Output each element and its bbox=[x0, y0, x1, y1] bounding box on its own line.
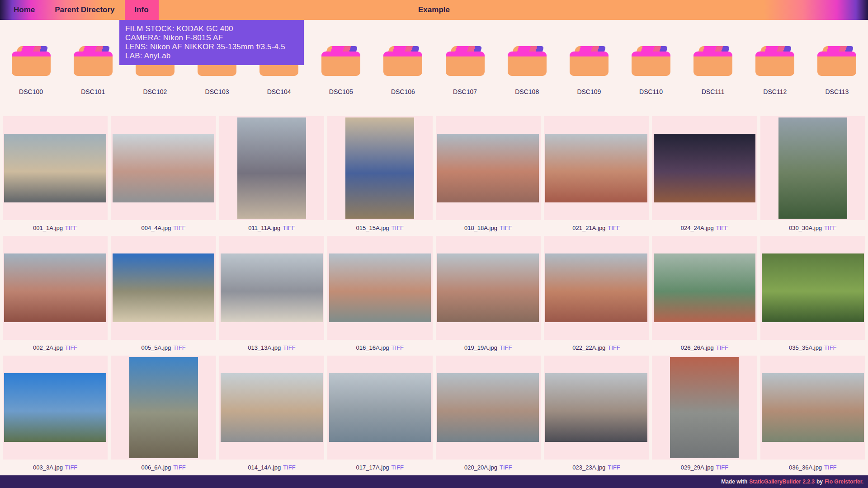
gallery-item: 015_15A.jpg TIFF bbox=[327, 116, 432, 236]
photo-tiff-link[interactable]: TIFF bbox=[716, 344, 728, 351]
photo-thumbnail[interactable] bbox=[760, 116, 865, 220]
folder-label: DSC107 bbox=[453, 88, 477, 95]
photo-tiff-link[interactable]: TIFF bbox=[824, 225, 836, 231]
photo-thumbnail[interactable] bbox=[652, 356, 757, 460]
folder-item[interactable]: DSC111 bbox=[682, 46, 744, 115]
photo-caption: 003_3A.jpg TIFF bbox=[3, 460, 108, 475]
nav-item-info[interactable]: Info bbox=[125, 0, 159, 20]
photo-tiff-link[interactable]: TIFF bbox=[716, 225, 728, 231]
folder-icon-front bbox=[508, 52, 547, 76]
photo-thumbnail[interactable] bbox=[219, 356, 324, 460]
photo-filename-link[interactable]: 021_21A.jpg bbox=[572, 225, 605, 231]
photo-thumbnail[interactable] bbox=[3, 236, 108, 340]
photo-filename-link[interactable]: 024_24A.jpg bbox=[681, 225, 714, 231]
photo-filename-link[interactable]: 023_23A.jpg bbox=[572, 464, 605, 471]
photo-tiff-link[interactable]: TIFF bbox=[608, 344, 620, 351]
photo-filename-link[interactable]: 015_15A.jpg bbox=[356, 225, 389, 231]
photo-tiff-link[interactable]: TIFF bbox=[65, 344, 77, 351]
folder-item[interactable]: DSC101 bbox=[62, 46, 124, 115]
photo-filename-link[interactable]: 011_11A.jpg bbox=[248, 225, 280, 231]
photo-thumbnail[interactable] bbox=[3, 116, 108, 220]
photo-filename-link[interactable]: 020_20A.jpg bbox=[464, 464, 497, 471]
photo-tiff-link[interactable]: TIFF bbox=[824, 464, 836, 471]
photo-filename-link[interactable]: 035_35A.jpg bbox=[789, 344, 822, 351]
photo-thumbnail[interactable] bbox=[3, 356, 108, 460]
photo-thumbnail[interactable] bbox=[111, 236, 216, 340]
folder-label: DSC103 bbox=[205, 88, 229, 95]
photo-tiff-link[interactable]: TIFF bbox=[283, 344, 295, 351]
photo-tiff-link[interactable]: TIFF bbox=[392, 464, 404, 471]
photo-tiff-link[interactable]: TIFF bbox=[173, 464, 185, 471]
folder-item[interactable]: DSC109 bbox=[558, 46, 620, 115]
photo-tiff-link[interactable]: TIFF bbox=[500, 344, 512, 351]
photo-filename-link[interactable]: 005_5A.jpg bbox=[141, 344, 171, 351]
photo-filename-link[interactable]: 013_13A.jpg bbox=[248, 344, 281, 351]
photo-thumbnail[interactable] bbox=[544, 356, 649, 460]
photo-thumbnail[interactable] bbox=[760, 356, 865, 460]
photo-tiff-link[interactable]: TIFF bbox=[392, 225, 404, 231]
folder-item[interactable]: DSC113 bbox=[806, 46, 868, 115]
photo-caption: 026_26A.jpg TIFF bbox=[652, 340, 757, 356]
folder-item[interactable]: DSC112 bbox=[744, 46, 806, 115]
gallery-item: 013_13A.jpg TIFF bbox=[219, 236, 324, 356]
footer-builder-link[interactable]: StaticGalleryBuilder 2.2.3 bbox=[749, 479, 815, 485]
photo-filename-link[interactable]: 018_18A.jpg bbox=[464, 225, 497, 231]
nav-item-home[interactable]: Home bbox=[4, 0, 45, 20]
photo-filename-link[interactable]: 029_29A.jpg bbox=[681, 464, 714, 471]
photo-thumbnail[interactable] bbox=[111, 356, 216, 460]
photo-filename-link[interactable]: 026_26A.jpg bbox=[681, 344, 714, 351]
photo-thumbnail[interactable] bbox=[436, 116, 541, 220]
photo-tiff-link[interactable]: TIFF bbox=[173, 344, 185, 351]
gallery-item: 005_5A.jpg TIFF bbox=[111, 236, 216, 356]
photo-thumbnail[interactable] bbox=[544, 116, 649, 220]
photo-filename-link[interactable]: 022_22A.jpg bbox=[572, 344, 605, 351]
photo-thumbnail[interactable] bbox=[327, 116, 432, 220]
photo-thumbnail[interactable] bbox=[219, 116, 324, 220]
folder-item[interactable]: DSC106 bbox=[372, 46, 434, 115]
photo-filename-link[interactable]: 019_19A.jpg bbox=[464, 344, 497, 351]
folder-item[interactable]: DSC110 bbox=[620, 46, 682, 115]
footer-author-link[interactable]: Flo Greistorfer. bbox=[825, 479, 863, 485]
photo-thumbnail[interactable] bbox=[436, 236, 541, 340]
photo-filename-link[interactable]: 004_4A.jpg bbox=[141, 225, 171, 231]
photo-thumbnail[interactable] bbox=[652, 236, 757, 340]
photo-thumbnail[interactable] bbox=[111, 116, 216, 220]
photo-thumbnail[interactable] bbox=[436, 356, 541, 460]
photo-filename-link[interactable]: 003_3A.jpg bbox=[33, 464, 63, 471]
photo-filename-link[interactable]: 002_2A.jpg bbox=[33, 344, 63, 351]
photo-tiff-link[interactable]: TIFF bbox=[716, 464, 728, 471]
photo-tiff-link[interactable]: TIFF bbox=[500, 225, 512, 231]
folder-item[interactable]: DSC107 bbox=[434, 46, 496, 115]
folder-item[interactable]: DSC108 bbox=[496, 46, 558, 115]
photo-tiff-link[interactable]: TIFF bbox=[173, 225, 185, 231]
photo-tiff-link[interactable]: TIFF bbox=[608, 464, 620, 471]
photo-filename-link[interactable]: 001_1A.jpg bbox=[33, 225, 63, 231]
photo-filename-link[interactable]: 006_6A.jpg bbox=[141, 464, 171, 471]
gallery-item: 004_4A.jpg TIFF bbox=[111, 116, 216, 236]
photo-tiff-link[interactable]: TIFF bbox=[65, 464, 77, 471]
photo-thumbnail[interactable] bbox=[327, 356, 432, 460]
photo-filename-link[interactable]: 030_30A.jpg bbox=[789, 225, 822, 231]
photo-thumbnail[interactable] bbox=[219, 236, 324, 340]
photo-tiff-link[interactable]: TIFF bbox=[500, 464, 512, 471]
photo-thumbnail[interactable] bbox=[760, 236, 865, 340]
photo-tiff-link[interactable]: TIFF bbox=[608, 225, 620, 231]
photo-caption: 002_2A.jpg TIFF bbox=[3, 340, 108, 356]
photo-thumbnail[interactable] bbox=[544, 236, 649, 340]
nav-item-parent-directory[interactable]: Parent Directory bbox=[45, 0, 124, 20]
photo-filename-link[interactable]: 017_17A.jpg bbox=[356, 464, 389, 471]
photo-tiff-link[interactable]: TIFF bbox=[283, 225, 295, 231]
photo-thumbnail[interactable] bbox=[652, 116, 757, 220]
folder-icon bbox=[446, 46, 485, 76]
photo-tiff-link[interactable]: TIFF bbox=[65, 225, 77, 231]
photo-tiff-link[interactable]: TIFF bbox=[824, 344, 836, 351]
photo-filename-link[interactable]: 016_16A.jpg bbox=[356, 344, 389, 351]
folder-icon-front bbox=[632, 52, 670, 76]
photo-filename-link[interactable]: 014_14A.jpg bbox=[248, 464, 281, 471]
folder-item[interactable]: DSC100 bbox=[0, 46, 62, 115]
photo-filename-link[interactable]: 036_36A.jpg bbox=[789, 464, 822, 471]
photo-thumbnail[interactable] bbox=[327, 236, 432, 340]
photo-tiff-link[interactable]: TIFF bbox=[392, 344, 404, 351]
photo-tiff-link[interactable]: TIFF bbox=[283, 464, 295, 471]
folder-item[interactable]: DSC105 bbox=[310, 46, 372, 115]
